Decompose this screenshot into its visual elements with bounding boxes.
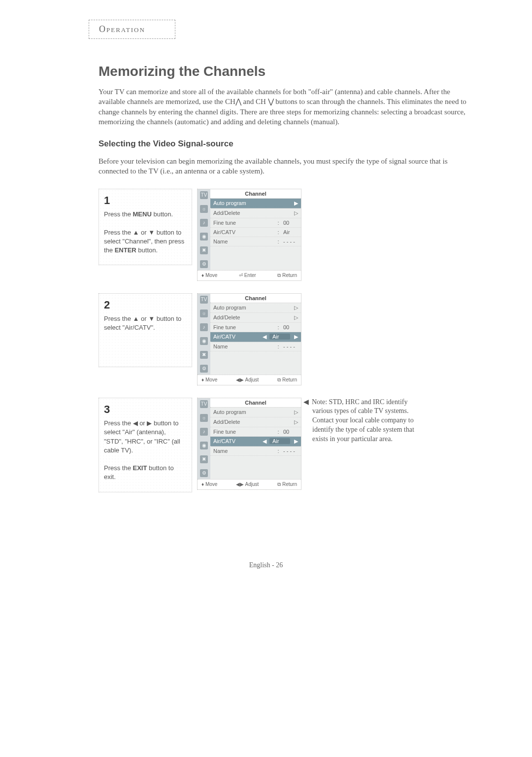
hint-return: ⧉ Return xyxy=(277,273,297,278)
hint-move: ♦ Move xyxy=(201,273,217,278)
note-arrow-icon: ◀ xyxy=(303,398,309,407)
hint-move: ♦ Move xyxy=(201,482,217,487)
osd-title: Channel xyxy=(210,189,301,199)
picture-icon: ☼ xyxy=(200,310,208,317)
osd-sidebar-icons: TV ☼ ♪ ◉ ✖ ⚙ xyxy=(198,398,210,479)
sound-icon: ♪ xyxy=(200,323,208,331)
page-footer: English - 26 xyxy=(20,561,512,569)
step-row-3: 3 Press the ◀ or ▶ button to select "Air… xyxy=(99,398,473,492)
tv-icon: TV xyxy=(200,400,208,408)
menu-name[interactable]: Name:- - - - xyxy=(210,447,301,456)
tv-icon: TV xyxy=(200,191,208,199)
osd-sidebar-icons: TV ☼ ♪ ◉ ✖ ⚙ xyxy=(198,294,210,375)
osd-footer: ♦ Move ◀▶ Adjust ⧉ Return xyxy=(198,479,301,489)
step-number: 2 xyxy=(104,298,187,313)
menu-name[interactable]: Name:- - - - xyxy=(210,237,301,246)
tv-icon: TV xyxy=(200,296,208,304)
step-instruction: 3 Press the ◀ or ▶ button to select "Air… xyxy=(99,398,192,492)
step-body: Press the ▲ or ▼ button to select "Air/C… xyxy=(104,314,187,332)
osd-title: Channel xyxy=(210,398,301,408)
osd-sidebar-icons: TV ☼ ♪ ◉ ✖ ⚙ xyxy=(198,189,210,270)
osd-footer: ♦ Move ◀▶ Adjust ⧉ Return xyxy=(198,375,301,385)
subheading: Selecting the Video Signal-source xyxy=(99,139,473,149)
sub-paragraph: Before your television can begin memoriz… xyxy=(99,156,473,176)
sound-icon: ♪ xyxy=(200,219,208,227)
hint-adjust: ◀▶ Adjust xyxy=(236,482,259,487)
menu-air-catv[interactable]: Air/CATV:Air xyxy=(210,228,301,237)
section-tab: Operation xyxy=(89,20,175,39)
menu-air-catv[interactable]: Air/CATV◀Air▶ xyxy=(210,437,301,447)
intro-paragraph: Your TV can memorize and store all of th… xyxy=(99,87,473,127)
hint-move: ♦ Move xyxy=(201,377,217,383)
hint-adjust: ◀▶ Adjust xyxy=(236,377,259,383)
osd-screenshot-1: TV ☼ ♪ ◉ ✖ ⚙ Channel Auto program▶ Add/D… xyxy=(197,189,301,281)
osd-title: Channel xyxy=(210,294,301,303)
menu-add-delete[interactable]: Add/Delete▷ xyxy=(210,313,301,323)
menu-name[interactable]: Name:- - - - xyxy=(210,342,301,351)
osd-footer: ♦ Move ⏎ Enter ⧉ Return xyxy=(198,270,301,280)
menu-auto-program[interactable]: Auto program▷ xyxy=(210,303,301,313)
menu-fine-tune[interactable]: Fine tune:00 xyxy=(210,218,301,228)
settings-icon: ⚙ xyxy=(200,365,208,373)
sound-icon: ♪ xyxy=(200,428,208,436)
menu-air-catv[interactable]: Air/CATV◀Air▶ xyxy=(210,332,301,342)
page-title: Memorizing the Channels xyxy=(99,64,473,79)
step-number: 3 xyxy=(104,402,187,417)
step-body: Press the MENU button.Press the ▲ or ▼ b… xyxy=(104,210,187,255)
step-row-2: 2 Press the ▲ or ▼ button to select "Air… xyxy=(99,293,473,385)
menu-fine-tune[interactable]: Fine tune:00 xyxy=(210,323,301,332)
menu-add-delete[interactable]: Add/Delete▷ xyxy=(210,208,301,218)
osd-screenshot-3: TV ☼ ♪ ◉ ✖ ⚙ Channel Auto program▷ Add/D… xyxy=(197,398,301,490)
step-row-1: 1 Press the MENU button.Press the ▲ or ▼… xyxy=(99,189,473,281)
channel-icon: ◉ xyxy=(200,442,208,449)
osd-screenshot-2: TV ☼ ♪ ◉ ✖ ⚙ Channel Auto program▷ Add/D… xyxy=(197,293,301,385)
menu-add-delete[interactable]: Add/Delete▷ xyxy=(210,417,301,427)
step-instruction: 1 Press the MENU button.Press the ▲ or ▼… xyxy=(99,189,192,266)
picture-icon: ☼ xyxy=(200,205,208,213)
menu-auto-program[interactable]: Auto program▶ xyxy=(210,199,301,208)
settings-icon: ⚙ xyxy=(200,469,208,477)
step-instruction: 2 Press the ▲ or ▼ button to select "Air… xyxy=(99,293,192,367)
side-note: ◀Note: STD, HRC and IRC identify various… xyxy=(306,398,426,444)
setup-icon: ✖ xyxy=(200,351,208,359)
setup-icon: ✖ xyxy=(200,455,208,463)
menu-fine-tune[interactable]: Fine tune:00 xyxy=(210,427,301,437)
channel-icon: ◉ xyxy=(200,337,208,345)
hint-enter: ⏎ Enter xyxy=(239,273,256,278)
setup-icon: ✖ xyxy=(200,246,208,254)
step-body: Press the ◀ or ▶ button to select "Air" … xyxy=(104,419,187,482)
picture-icon: ☼ xyxy=(200,414,208,422)
hint-return: ⧉ Return xyxy=(277,377,297,383)
menu-auto-program[interactable]: Auto program▷ xyxy=(210,408,301,417)
page-content: Memorizing the Channels Your TV can memo… xyxy=(99,64,473,492)
hint-return: ⧉ Return xyxy=(277,482,297,487)
settings-icon: ⚙ xyxy=(200,260,208,268)
channel-icon: ◉ xyxy=(200,233,208,241)
step-number: 1 xyxy=(104,193,187,208)
